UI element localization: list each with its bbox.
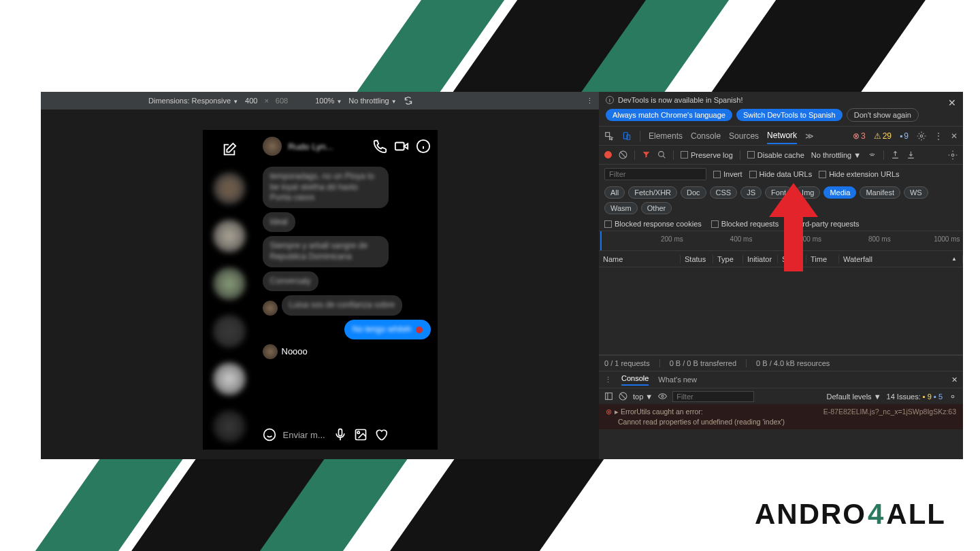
- type-filter-media[interactable]: Media: [823, 186, 856, 199]
- wifi-icon[interactable]: [868, 150, 877, 159]
- kebab-menu-icon[interactable]: ⋮: [586, 97, 593, 105]
- close-icon[interactable]: ✕: [951, 131, 958, 141]
- heart-icon[interactable]: [374, 428, 388, 441]
- record-button[interactable]: [604, 151, 612, 158]
- type-filter-ws[interactable]: WS: [904, 186, 928, 199]
- search-icon[interactable]: [657, 150, 666, 159]
- inspect-icon[interactable]: [604, 131, 614, 141]
- disable-cache-checkbox[interactable]: Disable cache: [747, 151, 804, 159]
- video-icon[interactable]: [394, 139, 409, 154]
- error-source[interactable]: E-87E82ELIM.js?_nc_x=1jSWp8IgSKz:63: [823, 407, 956, 417]
- rotate-icon[interactable]: [404, 96, 413, 105]
- filter-input[interactable]: [604, 168, 706, 180]
- dimensions-label[interactable]: Dimensions: Responsive ▼: [148, 97, 238, 105]
- type-filter-js[interactable]: JS: [740, 186, 762, 199]
- svg-rect-13: [606, 393, 612, 400]
- col-name[interactable]: Name: [599, 255, 681, 263]
- network-status-bar: 0 / 1 requests 0 B / 0 B transferred 0 B…: [599, 355, 963, 371]
- brand-text: ANDRO: [755, 498, 866, 531]
- close-icon[interactable]: ✕: [948, 97, 956, 108]
- clear-icon[interactable]: [619, 150, 627, 159]
- console-filter-input[interactable]: [672, 391, 754, 402]
- tab-sources[interactable]: Sources: [729, 129, 759, 144]
- banner-dismiss-button[interactable]: Don't show again: [847, 108, 919, 122]
- info-icon[interactable]: [416, 139, 431, 154]
- col-waterfall[interactable]: Waterfall▲: [839, 255, 963, 263]
- hide-data-urls-checkbox[interactable]: Hide data URLs: [749, 170, 813, 178]
- error-icon: ⊗: [606, 407, 612, 416]
- emoji-icon[interactable]: [263, 428, 276, 441]
- type-filter-manifest[interactable]: Manifest: [860, 186, 900, 199]
- screenshot-frame: Dimensions: Responsive ▼ 400 × 608 100% …: [41, 92, 963, 459]
- dimension-separator: ×: [264, 97, 268, 105]
- upload-icon[interactable]: [891, 150, 900, 159]
- eye-icon[interactable]: [658, 392, 667, 401]
- invert-checkbox[interactable]: Invert: [713, 170, 742, 178]
- message-input[interactable]: Enviar m...: [283, 430, 327, 440]
- kebab-menu-icon[interactable]: ⋮: [934, 131, 943, 141]
- compose-icon[interactable]: [222, 142, 237, 157]
- width-input[interactable]: 400: [245, 97, 257, 105]
- info-count[interactable]: ▪ 9: [900, 131, 909, 141]
- blocked-cookies-checkbox[interactable]: Blocked response cookies: [604, 220, 702, 228]
- chat-avatar[interactable]: [263, 137, 282, 156]
- error-count[interactable]: ⊗ 3: [853, 131, 866, 141]
- col-type[interactable]: Type: [713, 255, 743, 263]
- levels-dropdown[interactable]: Default levels ▼: [827, 393, 881, 401]
- device-toggle-icon[interactable]: [622, 131, 632, 141]
- clear-console-icon[interactable]: [619, 392, 627, 401]
- gear-icon[interactable]: [948, 392, 958, 401]
- col-status[interactable]: Status: [681, 255, 713, 263]
- type-filter-wasm[interactable]: Wasm: [604, 202, 638, 214]
- type-filter-other[interactable]: Other: [641, 202, 672, 214]
- drawer-tab-console[interactable]: Console: [621, 374, 649, 386]
- more-tabs-icon[interactable]: ≫: [805, 131, 814, 141]
- thread-avatar[interactable]: [213, 267, 246, 300]
- throttling-dropdown[interactable]: No throttling ▼: [811, 151, 861, 159]
- issues-count[interactable]: 14 Issues: ▪ 9 ▪ 5: [887, 393, 943, 401]
- tab-console[interactable]: Console: [691, 129, 721, 144]
- thread-avatar[interactable]: [213, 220, 246, 252]
- message-incoming: Ideal: [263, 212, 295, 233]
- height-input[interactable]: 608: [276, 97, 288, 105]
- filter-icon[interactable]: [642, 150, 651, 159]
- svg-point-15: [662, 395, 664, 397]
- sidebar-toggle-icon[interactable]: [604, 392, 613, 401]
- filter-row: Invert Hide data URLs Hide extension URL…: [599, 165, 963, 184]
- throttling-dropdown[interactable]: No throttling ▼: [348, 97, 396, 105]
- chat-composer: Enviar m...: [256, 420, 438, 450]
- context-dropdown[interactable]: top ▼: [633, 393, 653, 401]
- tab-elements[interactable]: Elements: [649, 129, 683, 144]
- type-filter-css[interactable]: CSS: [710, 186, 738, 199]
- kebab-menu-icon[interactable]: ⋮: [604, 375, 612, 384]
- gear-icon[interactable]: [948, 150, 958, 160]
- call-icon[interactable]: [372, 139, 387, 154]
- zoom-dropdown[interactable]: 100% ▼: [315, 97, 342, 105]
- thread-avatar[interactable]: [213, 363, 246, 395]
- type-filter-all[interactable]: All: [604, 186, 625, 199]
- message-incoming: temporadags, no un Ploya to be loyal ske…: [263, 167, 389, 208]
- banner-switch-button[interactable]: Switch DevTools to Spanish: [736, 109, 843, 121]
- drawer-tab-whatsnew[interactable]: What's new: [658, 375, 697, 384]
- chat-contact-name[interactable]: Rudo Lyn...: [289, 141, 365, 152]
- image-icon[interactable]: [354, 428, 368, 441]
- download-icon[interactable]: [906, 150, 915, 159]
- message-avatar: [263, 301, 278, 316]
- mic-icon[interactable]: [333, 428, 347, 441]
- close-icon[interactable]: ✕: [951, 375, 958, 384]
- thread-avatar[interactable]: [213, 410, 246, 443]
- info-icon: i: [606, 96, 614, 104]
- devtools-banner: i DevTools is now available in Spanish! …: [599, 92, 963, 127]
- hide-extension-urls-checkbox[interactable]: Hide extension URLs: [819, 170, 899, 178]
- device-emulator: Dimensions: Responsive ▼ 400 × 608 100% …: [41, 92, 599, 459]
- thread-avatar[interactable]: [213, 315, 246, 348]
- banner-match-button[interactable]: Always match Chrome's language: [606, 109, 732, 121]
- type-filter-fetchxhr[interactable]: Fetch/XHR: [628, 186, 677, 199]
- message-outgoing: No tengo whiteh: [344, 320, 431, 340]
- thread-avatar[interactable]: [213, 172, 246, 205]
- tab-network[interactable]: Network: [767, 128, 797, 144]
- type-filter-doc[interactable]: Doc: [681, 186, 706, 199]
- gear-icon[interactable]: [917, 131, 926, 141]
- preserve-log-checkbox[interactable]: Preserve log: [681, 151, 733, 159]
- warning-count[interactable]: ⚠ 29: [874, 131, 892, 141]
